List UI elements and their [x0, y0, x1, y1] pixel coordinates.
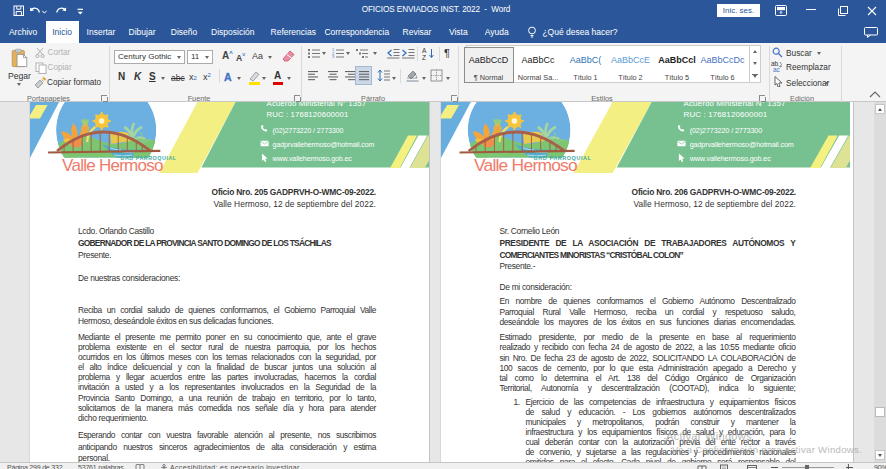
svg-text:(02)2773220 / 2773300: (02)2773220 / 2773300 [690, 127, 763, 135]
svg-text:3: 3 [332, 54, 335, 59]
svg-text:GAD PARROQUIAL: GAD PARROQUIAL [120, 155, 177, 161]
svg-text:GAD PARROQUIAL: GAD PARROQUIAL [533, 155, 591, 161]
svg-text:www.vallehermoso.gob.ec: www.vallehermoso.gob.ec [272, 155, 353, 163]
svg-text:www.vallehermoso.gob.ec: www.vallehermoso.gob.ec [689, 155, 772, 163]
svg-text:gadprvallehermoso@hotmail.com: gadprvallehermoso@hotmail.com [273, 141, 375, 149]
svg-text:gadprvallehermoso@hotmail.com: gadprvallehermoso@hotmail.com [690, 141, 794, 149]
svg-text:(02)2773220 / 2773300: (02)2773220 / 2773300 [273, 127, 344, 135]
svg-text:Z: Z [422, 54, 426, 60]
svg-text:RUC : 1768120600001: RUC : 1768120600001 [267, 110, 349, 119]
svg-text:Acuerdo Ministerial N° 1357: Acuerdo Ministerial N° 1357 [267, 102, 367, 108]
svg-text:RUC : 1768120600001: RUC : 1768120600001 [684, 110, 768, 119]
svg-text:Acuerdo Ministerial N° 1357: Acuerdo Ministerial N° 1357 [684, 102, 786, 108]
svg-text:A: A [422, 47, 427, 54]
